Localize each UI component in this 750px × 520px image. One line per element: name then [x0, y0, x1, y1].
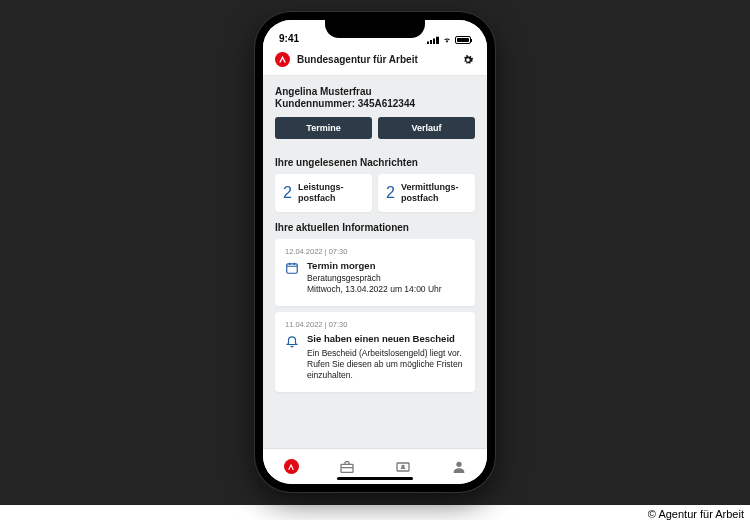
customer-number: Kundennummer: 345A612344: [275, 98, 475, 109]
home-indicator[interactable]: [337, 477, 413, 480]
settings-icon[interactable]: [461, 53, 475, 67]
user-name: Angelina Musterfrau: [275, 86, 475, 97]
app-title: Bundesagentur für Arbeit: [297, 54, 454, 65]
svg-point-4: [456, 461, 461, 466]
status-indicators: [427, 36, 471, 44]
signal-icon: [427, 36, 439, 44]
svg-rect-0: [287, 264, 298, 273]
inbox-heading: Ihre ungelesenen Nachrichten: [263, 147, 487, 174]
info-list: 12.04.2022 | 07:30 Termin morgen Beratun…: [263, 239, 487, 392]
info-body-text: Ein Bescheid (Arbeitslosengeld) liegt vo…: [307, 348, 465, 382]
ba-logo-icon: [284, 459, 299, 474]
inbox-row: 2 Leistungs- postfach 2 Vermittlungs- po…: [263, 174, 487, 212]
nav-profile[interactable]: [449, 457, 469, 477]
inbox-card-vermittlung[interactable]: 2 Vermittlungs- postfach: [378, 174, 475, 212]
phone-notch: [325, 20, 425, 38]
inbox-card-leistung[interactable]: 2 Leistungs- postfach: [275, 174, 372, 212]
action-buttons: Termine Verlauf: [275, 117, 475, 139]
termine-button[interactable]: Termine: [275, 117, 372, 139]
info-heading: Ihre aktuellen Informationen: [263, 212, 487, 239]
info-timestamp: 12.04.2022 | 07:30: [285, 247, 465, 256]
svg-rect-1: [341, 464, 353, 472]
calendar-icon: [285, 261, 299, 275]
info-title: Sie haben einen neuen Bescheid: [307, 333, 465, 344]
inbox-label: Leistungs- postfach: [298, 182, 344, 204]
phone-screen: 9:41 Bundesagentur für Arbeit Angelina M…: [263, 20, 487, 484]
info-card-termin[interactable]: 12.04.2022 | 07:30 Termin morgen Beratun…: [275, 239, 475, 306]
nav-home[interactable]: [281, 457, 301, 477]
svg-point-3: [402, 465, 404, 467]
content-area: Angelina Musterfrau Kundennummer: 345A61…: [263, 76, 487, 448]
user-block: Angelina Musterfrau Kundennummer: 345A61…: [263, 76, 487, 147]
nav-card[interactable]: [393, 457, 413, 477]
briefcase-icon: [339, 459, 355, 475]
info-line: Mittwoch, 13.04.2022 um 14:00 Uhr: [307, 284, 465, 295]
app-header: Bundesagentur für Arbeit: [263, 46, 487, 76]
bell-icon: [285, 334, 299, 348]
person-icon: [451, 459, 467, 475]
id-card-icon: [395, 459, 411, 475]
nav-briefcase[interactable]: [337, 457, 357, 477]
image-attribution: © Agentur für Arbeit: [648, 508, 744, 520]
ba-logo-icon: [275, 52, 290, 67]
inbox-count: 2: [283, 184, 292, 202]
wifi-icon: [442, 36, 452, 44]
verlauf-button[interactable]: Verlauf: [378, 117, 475, 139]
inbox-label: Vermittlungs- postfach: [401, 182, 459, 204]
inbox-count: 2: [386, 184, 395, 202]
stage: 9:41 Bundesagentur für Arbeit Angelina M…: [0, 0, 750, 505]
phone-frame: 9:41 Bundesagentur für Arbeit Angelina M…: [255, 12, 495, 492]
info-timestamp: 11.04.2022 | 07:30: [285, 320, 465, 329]
info-line: Beratungsgespräch: [307, 273, 465, 284]
info-card-bescheid[interactable]: 11.04.2022 | 07:30 Sie haben einen neuen…: [275, 312, 475, 392]
battery-icon: [455, 36, 471, 44]
status-time: 9:41: [279, 33, 299, 44]
info-title: Termin morgen: [307, 260, 465, 271]
